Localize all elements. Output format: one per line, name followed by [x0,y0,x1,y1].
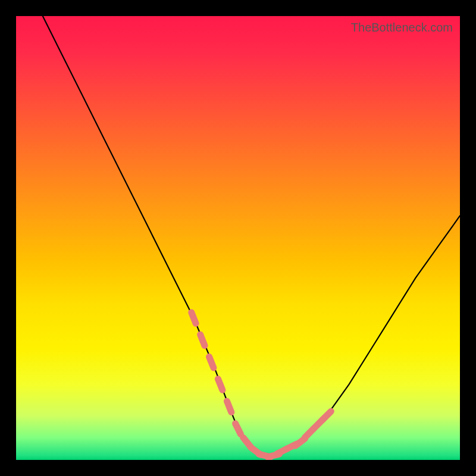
chart-container: TheBottleneck.com [0,0,476,476]
highlight-dot [322,411,331,419]
highlight-dot [192,312,196,324]
highlight-dot [227,401,231,412]
highlight-dot [201,334,205,346]
curve-svg [16,16,460,460]
plot-area: TheBottleneck.com [16,16,460,460]
highlight-dot [236,424,241,434]
highlight-dot [209,357,214,368]
highlight-dot [218,379,223,390]
watermark-text: TheBottleneck.com [351,21,453,35]
bottleneck-curve-line [43,16,460,456]
highlight-dots-group [192,312,331,457]
